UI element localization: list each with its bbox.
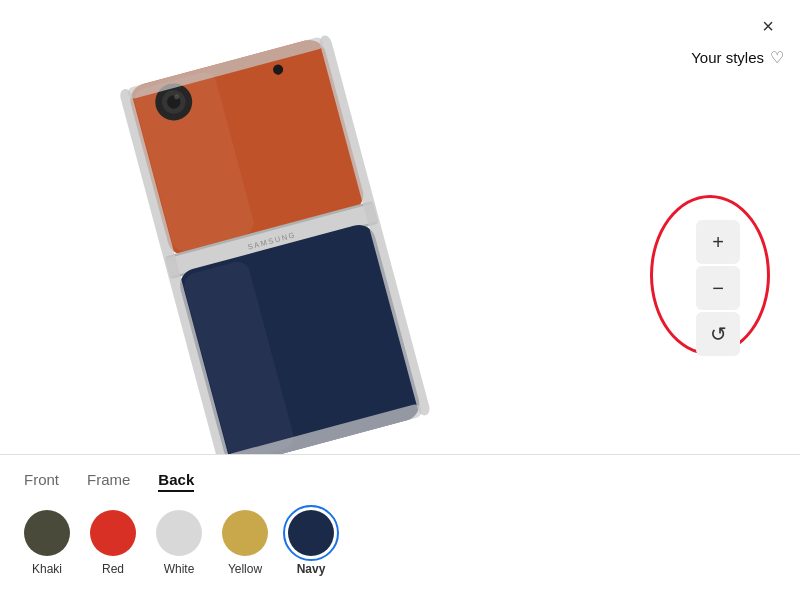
zoom-reset-button[interactable]: ↺ (696, 312, 740, 356)
heart-icon: ♡ (770, 48, 784, 67)
your-styles-label: Your styles (691, 49, 764, 66)
color-option-yellow[interactable]: Yellow (222, 510, 268, 576)
phone-image: SAMSUNG (58, 10, 495, 460)
color-option-white[interactable]: White (156, 510, 202, 576)
color-swatch-khaki (24, 510, 70, 556)
header: × Your styles ♡ (691, 10, 784, 67)
color-swatch-white (156, 510, 202, 556)
color-option-khaki[interactable]: Khaki (24, 510, 70, 576)
color-label-red: Red (102, 562, 124, 576)
color-option-red[interactable]: Red (90, 510, 136, 576)
bottom-controls: Front Frame Back Khaki Red White Yellow … (0, 455, 800, 600)
zoom-out-icon: − (712, 277, 724, 300)
color-label-yellow: Yellow (228, 562, 262, 576)
color-label-white: White (164, 562, 195, 576)
tab-frame[interactable]: Frame (87, 471, 130, 492)
color-swatch-yellow (222, 510, 268, 556)
tab-back[interactable]: Back (158, 471, 194, 492)
color-option-navy[interactable]: Navy (288, 510, 334, 576)
color-options: Khaki Red White Yellow Navy (24, 510, 776, 576)
zoom-controls: + − ↺ (696, 220, 740, 356)
tab-front[interactable]: Front (24, 471, 59, 492)
zoom-out-button[interactable]: − (696, 266, 740, 310)
close-icon: × (762, 15, 774, 38)
color-label-khaki: Khaki (32, 562, 62, 576)
color-swatch-navy (288, 510, 334, 556)
color-swatch-red (90, 510, 136, 556)
your-styles-button[interactable]: Your styles ♡ (691, 48, 784, 67)
zoom-in-icon: + (712, 231, 724, 254)
phone-preview-area: SAMSUNG (0, 0, 600, 460)
zoom-in-button[interactable]: + (696, 220, 740, 264)
close-button[interactable]: × (752, 10, 784, 42)
color-label-navy: Navy (297, 562, 326, 576)
customization-tabs: Front Frame Back (24, 471, 776, 492)
zoom-reset-icon: ↺ (710, 322, 727, 346)
